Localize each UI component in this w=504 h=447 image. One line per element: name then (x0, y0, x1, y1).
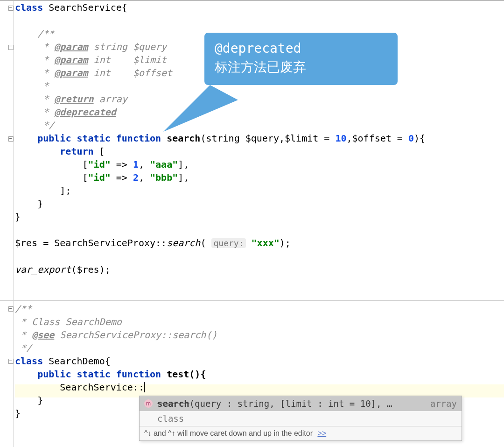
doc-see-target: SearchServiceProxy::search() (54, 329, 217, 341)
doc-line: * (37, 41, 54, 52)
doc-line: * (37, 106, 54, 118)
arrow: => (111, 172, 133, 183)
number: 10 (335, 133, 346, 144)
keyword-return: return (60, 146, 93, 157)
caret-icon (144, 382, 145, 392)
number: 1 (133, 159, 139, 170)
completion-return-type: array (424, 398, 457, 409)
doc-line: * Class SearchDemo (15, 316, 122, 327)
sig: , (279, 133, 285, 144)
keyword-class: class (15, 2, 43, 13)
string: "id" (88, 172, 111, 183)
text: $res = SearchServiceProxy (15, 237, 155, 248)
bracket: [ (83, 159, 88, 170)
doc-open: /** (37, 28, 54, 39)
bracket: ], (178, 159, 189, 170)
svg-marker-0 (163, 85, 238, 132)
method-call: search (167, 237, 200, 248)
fold-marker[interactable] (8, 45, 14, 50)
brace: } (15, 408, 21, 419)
hint-text: ^↓ and ^↑ will move caret down and up in… (144, 429, 313, 437)
completion-item-class[interactable]: c class (140, 411, 462, 426)
doc-line: * (37, 80, 49, 92)
keyword-static: static (71, 369, 110, 380)
keyword-function: function (111, 369, 161, 380)
keyword-public: public (37, 369, 71, 380)
text: SearchService{ (43, 2, 127, 13)
sig: = (318, 133, 335, 144)
sp (246, 237, 252, 248)
doc-tag-deprecated: @deprecated (54, 106, 116, 118)
doc-close: */ (15, 342, 32, 354)
keyword-function: function (111, 133, 161, 144)
string: "xxx" (252, 237, 280, 248)
doc-tag-param: @param (54, 41, 88, 52)
callout-line2: 标注方法已废弃 (215, 58, 387, 77)
op: :: (155, 237, 167, 248)
doc-line: * (37, 67, 54, 78)
builtin-call: var_export (15, 264, 71, 275)
string: "aaa" (150, 159, 178, 170)
doc-line: * (37, 54, 54, 65)
text: SearchService:: (60, 382, 144, 393)
sig-var: $limit (285, 133, 318, 144)
hint-link[interactable]: >> (317, 429, 326, 437)
gutter (0, 1, 14, 447)
paren: ); (280, 237, 291, 248)
doc-line: * (37, 93, 54, 105)
keyword-public: public (37, 133, 71, 144)
doc-open: /** (15, 303, 32, 314)
fold-marker[interactable] (8, 136, 14, 142)
doc-type: int $limit (88, 54, 167, 65)
doc-tag-param: @param (54, 67, 88, 78)
completion-popup[interactable]: m search(query : string, [limit : int = … (139, 396, 462, 441)
doc-tag-see: @see (32, 329, 54, 341)
sig-var: $query (245, 133, 279, 144)
function-name: test(){ (161, 369, 206, 380)
brace: } (37, 395, 43, 406)
doc-type: array (94, 93, 127, 105)
sig: = (392, 133, 408, 144)
doc-type: int $offset (88, 67, 173, 78)
brace: } (37, 198, 43, 209)
sep: , (139, 159, 150, 170)
bracket: ], (178, 172, 189, 183)
bracket: [ (83, 172, 88, 183)
fold-marker[interactable] (8, 6, 14, 11)
keyword-static: static (71, 133, 110, 144)
sig: ){ (414, 133, 425, 144)
sep: , (139, 172, 150, 183)
string: "bbb" (150, 172, 178, 183)
param-hint: query: (211, 238, 245, 248)
paren: ( (200, 237, 211, 248)
text: SearchDemo{ (43, 355, 111, 367)
bracket: [ (94, 146, 105, 157)
fold-marker[interactable] (8, 306, 14, 312)
annotation-callout: @deprecated 标注方法已废弃 (204, 33, 398, 85)
completion-hint: ^↓ and ^↑ will move caret down and up in… (140, 426, 462, 440)
sig-var: $offset (352, 133, 392, 144)
doc-line: * (15, 329, 32, 341)
completion-label: class (157, 413, 457, 424)
arrow: => (111, 159, 133, 170)
doc-tag-return: @return (54, 93, 93, 105)
brace: } (15, 211, 21, 222)
string: "id" (88, 159, 111, 170)
fold-marker[interactable] (8, 359, 14, 364)
sig: , (346, 133, 352, 144)
text: ($res); (71, 264, 110, 275)
number: 2 (133, 172, 139, 183)
code-editor[interactable]: class SearchService{ /** * @param string… (0, 0, 504, 447)
doc-close: */ (37, 120, 54, 131)
completion-item-search[interactable]: m search(query : string, [limit : int = … (140, 396, 462, 411)
doc-tag-param: @param (54, 54, 88, 65)
completion-label: search(query : string, [limit : int = 10… (157, 398, 424, 409)
callout-line1: @deprecated (215, 39, 387, 58)
number: 0 (408, 133, 414, 144)
bracket: ]; (60, 185, 71, 196)
doc-type: string $query (88, 41, 167, 52)
keyword-class: class (15, 355, 43, 367)
method-icon: m (144, 399, 153, 408)
